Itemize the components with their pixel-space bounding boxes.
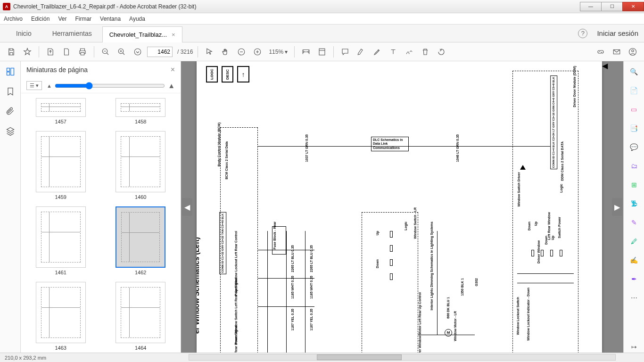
mail-button[interactable] — [610, 45, 623, 58]
account-button[interactable] — [626, 45, 639, 58]
minimize-button[interactable]: — — [580, 2, 602, 11]
thumbnails-rail-button[interactable] — [5, 66, 16, 77]
thumb-1462[interactable] — [116, 206, 165, 268]
right-panel-expand[interactable]: ◀ — [602, 61, 608, 353]
text-button[interactable] — [387, 45, 400, 58]
page-down-button[interactable] — [131, 45, 144, 58]
layers-rail-button[interactable] — [5, 125, 16, 137]
organize-icon[interactable]: ⊞ — [628, 179, 640, 190]
wire-1037: 1037 LT GRN 0.35 — [305, 134, 308, 162]
motor-control: Power Window Motor Left Rear Up Control — [418, 292, 421, 353]
menu-ventana[interactable]: Ventana — [100, 16, 121, 22]
fit-page-button[interactable] — [315, 45, 329, 58]
signin-link[interactable]: Iniciar sesión — [597, 29, 638, 37]
delete-button[interactable] — [419, 45, 432, 58]
conn-id-1: CONN ID C1=32 GRY C2=32 TAN C3=40 BLK — [219, 212, 226, 274]
prev-page-arrow[interactable]: ◀ — [182, 198, 192, 216]
file-button[interactable] — [60, 45, 73, 58]
edit-pdf-icon[interactable]: ▭ — [628, 104, 640, 115]
redact-icon[interactable]: ✎ — [628, 217, 640, 228]
bcm-label: Body Control Module (BCM) — [217, 123, 221, 166]
print-button[interactable] — [76, 45, 89, 58]
zoom-in-2[interactable] — [251, 45, 264, 58]
bookmarks-rail-button[interactable] — [5, 86, 16, 97]
page-input[interactable] — [147, 47, 173, 57]
pwr-sw-down: Power Window Switch Left Rear Down Signa… — [234, 325, 238, 353]
zoom-select[interactable]: 115% ▾ — [267, 48, 289, 56]
document-view[interactable]: ◀ ▶ LOOC DESC ↑ er Window Schematics (Le… — [181, 61, 623, 353]
interior-lights: Interior Lights Dimming Schematics in Li… — [430, 222, 433, 310]
schematic-desc-button[interactable]: DESC — [222, 66, 233, 82]
tab-inicio[interactable]: Inicio — [6, 25, 42, 42]
attachments-rail-button[interactable] — [5, 106, 16, 117]
tab-document[interactable]: Chevrolet_Trailblaz... × — [102, 26, 182, 42]
lockout-switch: Window Lockout Switch — [516, 297, 520, 335]
left-rail — [0, 61, 21, 353]
export-button[interactable] — [44, 45, 57, 58]
svg-rect-10 — [7, 72, 9, 75]
sign-button[interactable] — [403, 45, 416, 58]
star-button[interactable] — [21, 45, 34, 58]
wire-2265b: 2265 LT BLU 0.35 — [310, 245, 313, 272]
ddm-label: Driver Door Module (DDM) — [573, 66, 576, 107]
export-pdf-icon[interactable]: 📄 — [628, 85, 640, 96]
thumb-1459[interactable] — [36, 131, 86, 192]
svg-point-8 — [632, 49, 634, 52]
titlebar: A Chevrolet_Trailblazer_L6-4.2_Repair.pd… — [0, 0, 644, 13]
thumb-1460[interactable] — [116, 131, 165, 192]
select-tool[interactable] — [203, 45, 216, 58]
protect-icon[interactable]: 🖉 — [628, 236, 640, 247]
menu-edicion[interactable]: Edición — [31, 16, 50, 22]
sign-icon[interactable]: ✒ — [628, 273, 640, 285]
wire-1185a: 1185 WHT 0.35 — [291, 276, 294, 299]
thumb-label: 1458 — [135, 119, 146, 124]
thumbnails-options[interactable]: ☰ ▾ — [26, 81, 42, 90]
search-tool-icon[interactable]: 🔍 — [628, 66, 640, 77]
highlight-button[interactable] — [355, 45, 368, 58]
link-button[interactable] — [594, 45, 607, 58]
wire-1350: 1350 BLK 1 — [461, 278, 464, 296]
menu-archivo[interactable]: Archivo — [4, 16, 23, 22]
hand-tool[interactable] — [219, 45, 232, 58]
schematic-up-button[interactable]: ↑ — [237, 66, 249, 82]
page-dimensions: 210,0 x 293,2 mm — [5, 355, 46, 361]
fit-width-button[interactable] — [299, 45, 313, 58]
thumbnail-size-slider[interactable] — [55, 82, 165, 90]
compress-icon[interactable]: 🗜 — [628, 198, 640, 209]
comment-button[interactable] — [339, 45, 352, 58]
ddm-sub: DDM Class 2 Serial DATA — [561, 141, 564, 181]
zoom-in-button[interactable] — [115, 45, 128, 58]
rotate-button[interactable] — [435, 45, 448, 58]
tab-document-label: Chevrolet_Trailblaz... — [109, 31, 167, 38]
combine-icon[interactable]: 🗂 — [628, 160, 640, 172]
thumbnails-close-icon[interactable]: × — [171, 66, 175, 74]
maximize-button[interactable]: ☐ — [601, 2, 623, 11]
zoom-out-2[interactable] — [235, 45, 248, 58]
menu-firmar[interactable]: Firmar — [75, 16, 91, 22]
next-page-arrow[interactable]: ▶ — [612, 198, 622, 216]
thumb-1458[interactable] — [116, 98, 165, 117]
small-thumb-icon: ▲ — [47, 83, 52, 89]
help-icon[interactable]: ? — [578, 29, 587, 38]
horizontal-scrollbar[interactable] — [189, 354, 616, 361]
tab-herramientas[interactable]: Herramientas — [42, 25, 102, 42]
collapse-rail-icon[interactable]: ↦ — [628, 341, 640, 353]
zoom-out-button[interactable] — [99, 45, 112, 58]
conn-id-2: CONN ID C1=4 BLK C2=24 LT GRY C3=16 GRN … — [550, 75, 557, 169]
thumb-1457[interactable] — [36, 98, 86, 117]
save-button[interactable] — [5, 45, 18, 58]
schematic-loc-button[interactable]: LOOC — [206, 66, 218, 82]
comment-tool-icon[interactable]: 💬 — [628, 141, 640, 153]
menu-ver[interactable]: Ver — [58, 16, 66, 22]
thumb-1463[interactable] — [36, 282, 86, 343]
draw-button[interactable] — [371, 45, 384, 58]
tab-close-icon[interactable]: × — [172, 31, 175, 38]
create-pdf-icon[interactable]: 📑 — [628, 123, 640, 134]
thumb-1464[interactable] — [116, 282, 165, 343]
close-button[interactable]: ✕ — [622, 2, 644, 11]
fill-sign-icon[interactable]: ✍ — [628, 255, 640, 266]
menu-ayuda[interactable]: Ayuda — [129, 16, 145, 22]
thumbnails-grid[interactable]: 1457 1458 1459 1460 1461 1462 1463 1464 — [21, 93, 181, 353]
thumb-1461[interactable] — [36, 206, 86, 268]
more-tools-icon[interactable]: ⋯ — [628, 292, 640, 304]
